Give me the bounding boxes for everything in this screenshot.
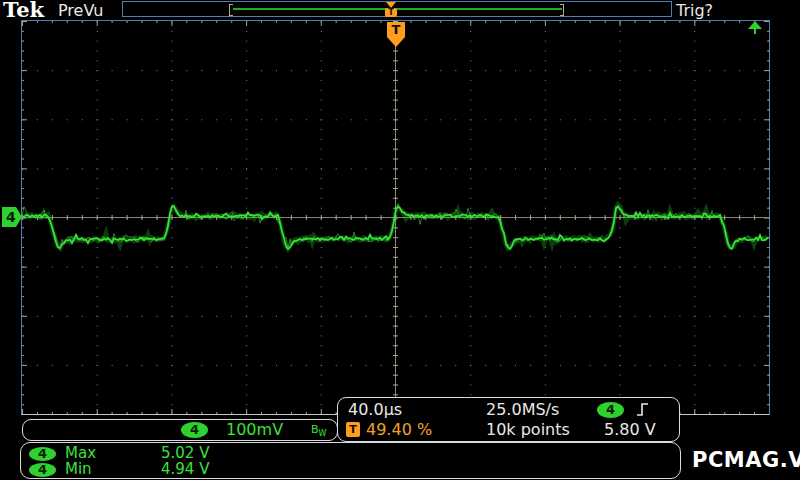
- trigger-rising-slope-icon: [635, 401, 653, 418]
- bandwidth-limit-indicator: BW: [311, 423, 326, 438]
- brand-logo: Tek: [3, 0, 44, 22]
- oscilloscope-screen: { "top_bar": { "brand": "Tek", "mode": "…: [0, 0, 800, 480]
- trigger-status-label: Trig?: [676, 1, 713, 20]
- channel-4-position-marker: 4: [2, 207, 22, 227]
- acquisition-window-end-bracket-icon: [560, 4, 564, 16]
- trigger-t-badge-icon: T: [385, 8, 397, 17]
- acquisition-mode-label: PreVu: [58, 1, 103, 20]
- trigger-t-badge-icon: T: [346, 422, 360, 437]
- acquisition-preview-bar: T: [122, 1, 672, 17]
- trigger-source-channel-badge: 4: [597, 402, 624, 418]
- trigger-level-value: 5.80 V: [604, 420, 656, 439]
- trigger-level-offscreen-arrow-icon: [748, 21, 762, 34]
- graticule: T: [21, 20, 770, 415]
- timebase-value: 40.0µs: [348, 400, 402, 419]
- trigger-position-indicator: T: [385, 2, 397, 16]
- measurement-channel-badge: 4: [29, 447, 56, 461]
- sample-rate-value: 25.0MS/s: [486, 400, 559, 419]
- measurements-box: 4 Max 5.02 V 4 Min 4.94 V: [20, 442, 681, 479]
- top-status-bar: Tek PreVu T Trig?: [0, 0, 800, 20]
- channel-scale-value: 100mV: [226, 420, 283, 439]
- measurement-channel-badge: 4: [29, 463, 56, 477]
- channel-4-badge: 4: [181, 422, 208, 438]
- record-length-value: 10k points: [486, 420, 570, 439]
- horizontal-trigger-readout-box: 40.0µs 25.0MS/s 4 T 49.40 % 10k points 5…: [337, 397, 680, 442]
- measurement-label: Min: [65, 460, 92, 478]
- measurement-value: 4.94 V: [161, 460, 209, 478]
- trigger-position-percent: 49.40 %: [366, 420, 432, 439]
- channel-readout-box: 4 100mV BW: [22, 419, 338, 441]
- acquisition-window-start-bracket-icon: [229, 4, 233, 16]
- waveform-canvas: [22, 21, 769, 414]
- watermark-logo: PCMAG.VN: [692, 448, 800, 472]
- acquisition-window-line: [233, 8, 562, 10]
